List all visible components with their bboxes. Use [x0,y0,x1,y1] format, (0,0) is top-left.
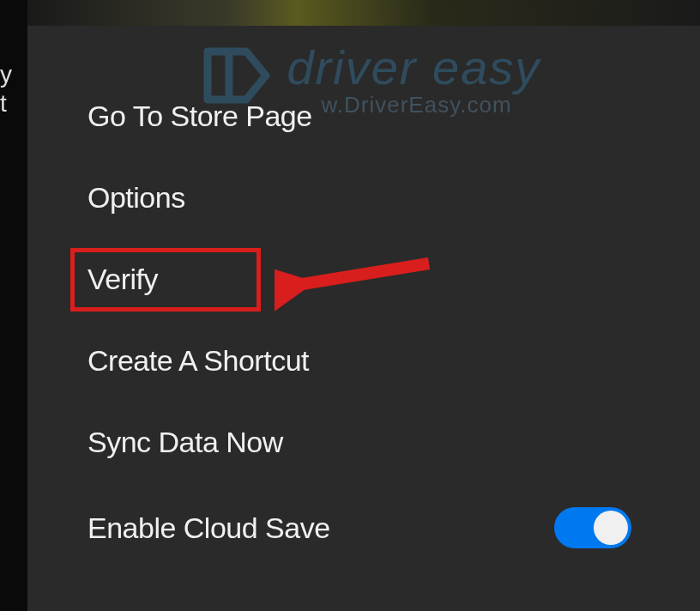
menu-item-label: Create A Shortcut [88,344,309,378]
cloud-save-toggle[interactable] [554,507,631,548]
menu-item-label: Sync Data Now [88,426,283,459]
context-menu-panel: driver easy w.DriverEasy.com Go To Store… [27,26,700,611]
left-edge-text-2: t [0,89,27,118]
menu-item-create-shortcut[interactable]: Create A Shortcut [88,320,700,402]
menu-items-list: Go To Store Page Options Verify Create A… [27,26,700,572]
left-edge-clip: y t [0,0,27,611]
menu-item-label: Go To Store Page [88,100,312,133]
menu-item-store-page[interactable]: Go To Store Page [88,76,700,157]
toggle-knob [594,511,628,545]
menu-item-verify[interactable]: Verify [88,239,700,320]
menu-item-sync-data[interactable]: Sync Data Now [88,402,700,483]
menu-item-cloud-save[interactable]: Enable Cloud Save [88,483,700,572]
menu-item-label: Verify [88,263,158,296]
menu-item-label: Enable Cloud Save [88,511,330,545]
menu-item-options[interactable]: Options [88,157,700,239]
top-banner-strip [27,0,700,26]
left-edge-text-1: y [0,60,27,89]
menu-item-label: Options [88,181,185,215]
